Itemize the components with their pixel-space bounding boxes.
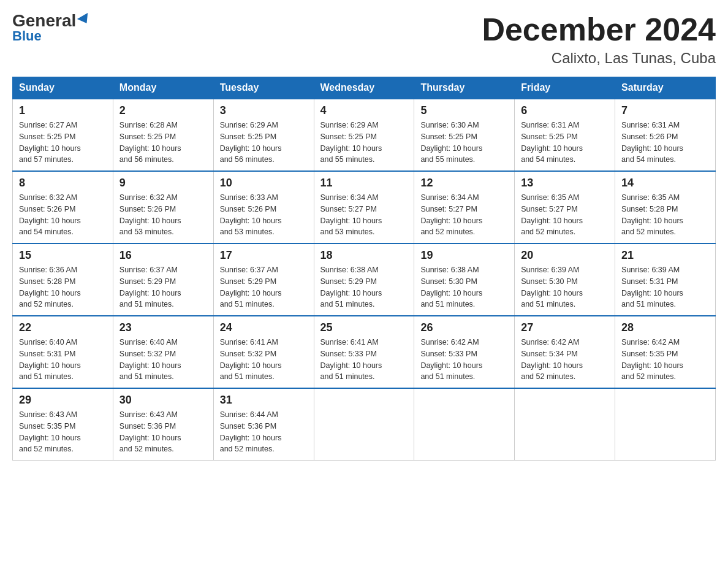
column-header-saturday: Saturday <box>615 77 716 99</box>
day-number: 2 <box>119 104 207 117</box>
day-cell-10: 10Sunrise: 6:33 AMSunset: 5:26 PMDayligh… <box>213 171 314 243</box>
month-title: December 2024 <box>482 12 716 47</box>
day-cell-12: 12Sunrise: 6:34 AMSunset: 5:27 PMDayligh… <box>414 171 515 243</box>
empty-cell <box>314 388 414 461</box>
location-title: Calixto, Las Tunas, Cuba <box>482 50 716 67</box>
day-cell-15: 15Sunrise: 6:36 AMSunset: 5:28 PMDayligh… <box>13 243 113 316</box>
empty-cell <box>615 388 716 461</box>
week-row-5: 29Sunrise: 6:43 AMSunset: 5:35 PMDayligh… <box>13 388 716 461</box>
day-info: Sunrise: 6:32 AMSunset: 5:26 PMDaylight:… <box>19 193 81 236</box>
day-number: 7 <box>621 104 709 117</box>
day-info: Sunrise: 6:40 AMSunset: 5:31 PMDaylight:… <box>19 338 81 381</box>
day-number: 1 <box>19 104 107 117</box>
day-number: 8 <box>19 177 107 190</box>
day-number: 3 <box>220 104 308 117</box>
day-number: 20 <box>521 249 609 262</box>
day-cell-29: 29Sunrise: 6:43 AMSunset: 5:35 PMDayligh… <box>13 388 113 461</box>
day-info: Sunrise: 6:42 AMSunset: 5:35 PMDaylight:… <box>621 338 683 381</box>
day-cell-18: 18Sunrise: 6:38 AMSunset: 5:29 PMDayligh… <box>314 243 414 316</box>
calendar-table: SundayMondayTuesdayWednesdayThursdayFrid… <box>12 77 716 461</box>
column-header-monday: Monday <box>113 77 213 99</box>
day-number: 11 <box>320 177 408 190</box>
day-info: Sunrise: 6:43 AMSunset: 5:36 PMDaylight:… <box>119 410 181 453</box>
day-cell-8: 8Sunrise: 6:32 AMSunset: 5:26 PMDaylight… <box>13 171 113 243</box>
day-cell-25: 25Sunrise: 6:41 AMSunset: 5:33 PMDayligh… <box>314 316 414 388</box>
day-info: Sunrise: 6:29 AMSunset: 5:25 PMDaylight:… <box>320 121 382 164</box>
week-row-2: 8Sunrise: 6:32 AMSunset: 5:26 PMDaylight… <box>13 171 716 243</box>
empty-cell <box>515 388 615 461</box>
calendar-header-row: SundayMondayTuesdayWednesdayThursdayFrid… <box>13 77 716 99</box>
day-cell-1: 1Sunrise: 6:27 AMSunset: 5:25 PMDaylight… <box>13 99 113 171</box>
day-info: Sunrise: 6:38 AMSunset: 5:29 PMDaylight:… <box>320 266 382 308</box>
day-number: 9 <box>119 177 207 190</box>
day-info: Sunrise: 6:29 AMSunset: 5:25 PMDaylight:… <box>220 121 282 164</box>
day-info: Sunrise: 6:42 AMSunset: 5:34 PMDaylight:… <box>521 338 583 381</box>
day-info: Sunrise: 6:36 AMSunset: 5:28 PMDaylight:… <box>19 266 81 308</box>
day-cell-9: 9Sunrise: 6:32 AMSunset: 5:26 PMDaylight… <box>113 171 213 243</box>
day-number: 17 <box>220 249 308 262</box>
day-cell-22: 22Sunrise: 6:40 AMSunset: 5:31 PMDayligh… <box>13 316 113 388</box>
page-header: General Blue December 2024 Calixto, Las … <box>12 12 716 67</box>
day-cell-6: 6Sunrise: 6:31 AMSunset: 5:25 PMDaylight… <box>515 99 615 171</box>
logo-blue-text: Blue <box>12 29 42 43</box>
day-number: 26 <box>420 321 508 334</box>
day-number: 15 <box>19 249 107 262</box>
day-cell-24: 24Sunrise: 6:41 AMSunset: 5:32 PMDayligh… <box>213 316 314 388</box>
column-header-thursday: Thursday <box>414 77 515 99</box>
day-info: Sunrise: 6:40 AMSunset: 5:32 PMDaylight:… <box>119 338 181 381</box>
day-cell-11: 11Sunrise: 6:34 AMSunset: 5:27 PMDayligh… <box>314 171 414 243</box>
day-info: Sunrise: 6:28 AMSunset: 5:25 PMDaylight:… <box>119 121 181 164</box>
day-number: 14 <box>621 177 709 190</box>
column-header-wednesday: Wednesday <box>314 77 414 99</box>
day-cell-3: 3Sunrise: 6:29 AMSunset: 5:25 PMDaylight… <box>213 99 314 171</box>
week-row-3: 15Sunrise: 6:36 AMSunset: 5:28 PMDayligh… <box>13 243 716 316</box>
day-number: 23 <box>119 321 207 334</box>
day-info: Sunrise: 6:31 AMSunset: 5:26 PMDaylight:… <box>621 121 683 164</box>
day-number: 13 <box>521 177 609 190</box>
day-number: 4 <box>320 104 408 117</box>
day-info: Sunrise: 6:37 AMSunset: 5:29 PMDaylight:… <box>119 266 181 308</box>
day-number: 12 <box>420 177 508 190</box>
empty-cell <box>414 388 515 461</box>
day-cell-28: 28Sunrise: 6:42 AMSunset: 5:35 PMDayligh… <box>615 316 716 388</box>
day-info: Sunrise: 6:37 AMSunset: 5:29 PMDaylight:… <box>220 266 282 308</box>
day-info: Sunrise: 6:33 AMSunset: 5:26 PMDaylight:… <box>220 193 282 236</box>
day-cell-5: 5Sunrise: 6:30 AMSunset: 5:25 PMDaylight… <box>414 99 515 171</box>
column-header-sunday: Sunday <box>13 77 113 99</box>
day-number: 24 <box>220 321 308 334</box>
title-block: December 2024 Calixto, Las Tunas, Cuba <box>482 12 716 67</box>
day-cell-23: 23Sunrise: 6:40 AMSunset: 5:32 PMDayligh… <box>113 316 213 388</box>
week-row-1: 1Sunrise: 6:27 AMSunset: 5:25 PMDaylight… <box>13 99 716 171</box>
day-cell-14: 14Sunrise: 6:35 AMSunset: 5:28 PMDayligh… <box>615 171 716 243</box>
day-number: 30 <box>119 394 207 407</box>
day-number: 10 <box>220 177 308 190</box>
day-info: Sunrise: 6:43 AMSunset: 5:35 PMDaylight:… <box>19 410 81 453</box>
day-info: Sunrise: 6:31 AMSunset: 5:25 PMDaylight:… <box>521 121 583 164</box>
column-header-tuesday: Tuesday <box>213 77 314 99</box>
day-info: Sunrise: 6:41 AMSunset: 5:33 PMDaylight:… <box>320 338 382 381</box>
day-cell-4: 4Sunrise: 6:29 AMSunset: 5:25 PMDaylight… <box>314 99 414 171</box>
day-cell-13: 13Sunrise: 6:35 AMSunset: 5:27 PMDayligh… <box>515 171 615 243</box>
day-number: 25 <box>320 321 408 334</box>
day-cell-27: 27Sunrise: 6:42 AMSunset: 5:34 PMDayligh… <box>515 316 615 388</box>
day-info: Sunrise: 6:38 AMSunset: 5:30 PMDaylight:… <box>420 266 482 308</box>
column-header-friday: Friday <box>515 77 615 99</box>
day-cell-30: 30Sunrise: 6:43 AMSunset: 5:36 PMDayligh… <box>113 388 213 461</box>
day-cell-7: 7Sunrise: 6:31 AMSunset: 5:26 PMDaylight… <box>615 99 716 171</box>
day-cell-2: 2Sunrise: 6:28 AMSunset: 5:25 PMDaylight… <box>113 99 213 171</box>
day-number: 28 <box>621 321 709 334</box>
day-cell-21: 21Sunrise: 6:39 AMSunset: 5:31 PMDayligh… <box>615 243 716 316</box>
day-info: Sunrise: 6:35 AMSunset: 5:28 PMDaylight:… <box>621 193 683 236</box>
day-info: Sunrise: 6:39 AMSunset: 5:31 PMDaylight:… <box>621 266 683 308</box>
day-info: Sunrise: 6:27 AMSunset: 5:25 PMDaylight:… <box>19 121 81 164</box>
day-cell-16: 16Sunrise: 6:37 AMSunset: 5:29 PMDayligh… <box>113 243 213 316</box>
week-row-4: 22Sunrise: 6:40 AMSunset: 5:31 PMDayligh… <box>13 316 716 388</box>
day-cell-19: 19Sunrise: 6:38 AMSunset: 5:30 PMDayligh… <box>414 243 515 316</box>
day-number: 27 <box>521 321 609 334</box>
day-number: 29 <box>19 394 107 407</box>
day-info: Sunrise: 6:42 AMSunset: 5:33 PMDaylight:… <box>420 338 482 381</box>
day-cell-31: 31Sunrise: 6:44 AMSunset: 5:36 PMDayligh… <box>213 388 314 461</box>
day-cell-26: 26Sunrise: 6:42 AMSunset: 5:33 PMDayligh… <box>414 316 515 388</box>
day-number: 5 <box>420 104 508 117</box>
day-info: Sunrise: 6:34 AMSunset: 5:27 PMDaylight:… <box>420 193 482 236</box>
